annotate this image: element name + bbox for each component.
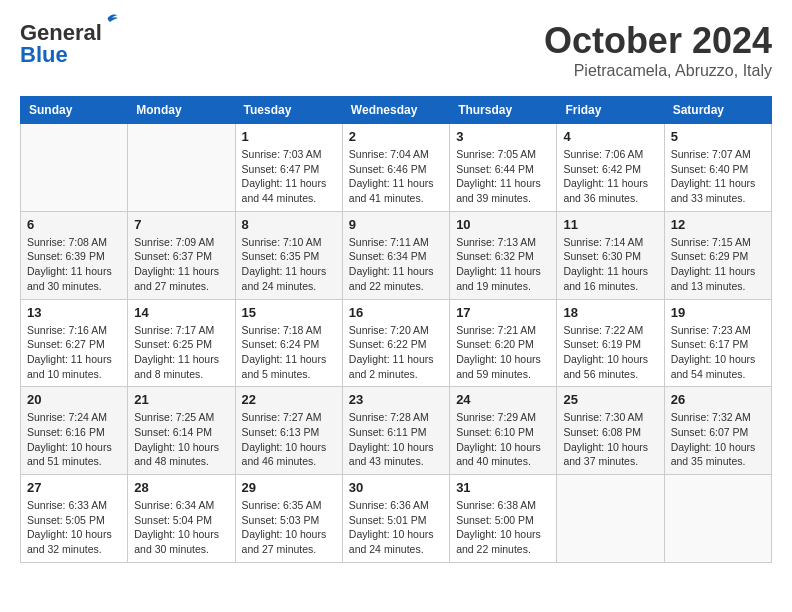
day-number: 31 (456, 480, 550, 495)
day-number: 25 (563, 392, 657, 407)
day-number: 17 (456, 305, 550, 320)
day-number: 13 (27, 305, 121, 320)
weekday-header-wednesday: Wednesday (342, 97, 449, 124)
calendar-cell: 31Sunrise: 6:38 AMSunset: 5:00 PMDayligh… (450, 475, 557, 563)
calendar-cell: 14Sunrise: 7:17 AMSunset: 6:25 PMDayligh… (128, 299, 235, 387)
location: Pietracamela, Abruzzo, Italy (544, 62, 772, 80)
weekday-header-friday: Friday (557, 97, 664, 124)
calendar-cell: 3Sunrise: 7:05 AMSunset: 6:44 PMDaylight… (450, 124, 557, 212)
day-info: Sunrise: 7:08 AMSunset: 6:39 PMDaylight:… (27, 235, 121, 294)
calendar-cell: 8Sunrise: 7:10 AMSunset: 6:35 PMDaylight… (235, 211, 342, 299)
calendar-cell: 28Sunrise: 6:34 AMSunset: 5:04 PMDayligh… (128, 475, 235, 563)
day-info: Sunrise: 7:07 AMSunset: 6:40 PMDaylight:… (671, 147, 765, 206)
day-number: 4 (563, 129, 657, 144)
day-number: 28 (134, 480, 228, 495)
day-info: Sunrise: 7:22 AMSunset: 6:19 PMDaylight:… (563, 323, 657, 382)
calendar-cell: 29Sunrise: 6:35 AMSunset: 5:03 PMDayligh… (235, 475, 342, 563)
day-number: 2 (349, 129, 443, 144)
calendar-cell: 21Sunrise: 7:25 AMSunset: 6:14 PMDayligh… (128, 387, 235, 475)
calendar-cell: 25Sunrise: 7:30 AMSunset: 6:08 PMDayligh… (557, 387, 664, 475)
day-info: Sunrise: 7:17 AMSunset: 6:25 PMDaylight:… (134, 323, 228, 382)
day-number: 23 (349, 392, 443, 407)
day-info: Sunrise: 7:04 AMSunset: 6:46 PMDaylight:… (349, 147, 443, 206)
day-number: 8 (242, 217, 336, 232)
logo: General Blue (20, 20, 102, 68)
calendar-cell: 16Sunrise: 7:20 AMSunset: 6:22 PMDayligh… (342, 299, 449, 387)
calendar-cell: 17Sunrise: 7:21 AMSunset: 6:20 PMDayligh… (450, 299, 557, 387)
calendar-week-2: 6Sunrise: 7:08 AMSunset: 6:39 PMDaylight… (21, 211, 772, 299)
calendar-cell: 12Sunrise: 7:15 AMSunset: 6:29 PMDayligh… (664, 211, 771, 299)
calendar-header-row: SundayMondayTuesdayWednesdayThursdayFrid… (21, 97, 772, 124)
weekday-header-thursday: Thursday (450, 97, 557, 124)
day-info: Sunrise: 7:10 AMSunset: 6:35 PMDaylight:… (242, 235, 336, 294)
calendar-cell: 6Sunrise: 7:08 AMSunset: 6:39 PMDaylight… (21, 211, 128, 299)
day-number: 6 (27, 217, 121, 232)
calendar-cell: 20Sunrise: 7:24 AMSunset: 6:16 PMDayligh… (21, 387, 128, 475)
day-info: Sunrise: 7:09 AMSunset: 6:37 PMDaylight:… (134, 235, 228, 294)
day-number: 1 (242, 129, 336, 144)
calendar-cell: 11Sunrise: 7:14 AMSunset: 6:30 PMDayligh… (557, 211, 664, 299)
month-title: October 2024 (544, 20, 772, 62)
day-number: 14 (134, 305, 228, 320)
day-number: 20 (27, 392, 121, 407)
calendar-cell: 19Sunrise: 7:23 AMSunset: 6:17 PMDayligh… (664, 299, 771, 387)
day-number: 3 (456, 129, 550, 144)
day-info: Sunrise: 6:38 AMSunset: 5:00 PMDaylight:… (456, 498, 550, 557)
calendar-cell: 5Sunrise: 7:07 AMSunset: 6:40 PMDaylight… (664, 124, 771, 212)
weekday-header-sunday: Sunday (21, 97, 128, 124)
calendar-week-5: 27Sunrise: 6:33 AMSunset: 5:05 PMDayligh… (21, 475, 772, 563)
calendar-cell: 15Sunrise: 7:18 AMSunset: 6:24 PMDayligh… (235, 299, 342, 387)
day-info: Sunrise: 6:35 AMSunset: 5:03 PMDaylight:… (242, 498, 336, 557)
day-number: 22 (242, 392, 336, 407)
calendar-cell (21, 124, 128, 212)
calendar-cell: 2Sunrise: 7:04 AMSunset: 6:46 PMDaylight… (342, 124, 449, 212)
day-info: Sunrise: 6:34 AMSunset: 5:04 PMDaylight:… (134, 498, 228, 557)
day-info: Sunrise: 7:13 AMSunset: 6:32 PMDaylight:… (456, 235, 550, 294)
day-number: 24 (456, 392, 550, 407)
day-info: Sunrise: 7:20 AMSunset: 6:22 PMDaylight:… (349, 323, 443, 382)
day-info: Sunrise: 7:14 AMSunset: 6:30 PMDaylight:… (563, 235, 657, 294)
day-number: 30 (349, 480, 443, 495)
day-number: 12 (671, 217, 765, 232)
calendar-cell: 9Sunrise: 7:11 AMSunset: 6:34 PMDaylight… (342, 211, 449, 299)
day-info: Sunrise: 7:03 AMSunset: 6:47 PMDaylight:… (242, 147, 336, 206)
day-info: Sunrise: 7:21 AMSunset: 6:20 PMDaylight:… (456, 323, 550, 382)
weekday-header-tuesday: Tuesday (235, 97, 342, 124)
calendar-cell: 22Sunrise: 7:27 AMSunset: 6:13 PMDayligh… (235, 387, 342, 475)
day-info: Sunrise: 7:11 AMSunset: 6:34 PMDaylight:… (349, 235, 443, 294)
day-number: 5 (671, 129, 765, 144)
day-number: 18 (563, 305, 657, 320)
day-number: 16 (349, 305, 443, 320)
day-info: Sunrise: 7:24 AMSunset: 6:16 PMDaylight:… (27, 410, 121, 469)
calendar-cell (128, 124, 235, 212)
calendar-table: SundayMondayTuesdayWednesdayThursdayFrid… (20, 96, 772, 563)
day-info: Sunrise: 7:05 AMSunset: 6:44 PMDaylight:… (456, 147, 550, 206)
calendar-cell: 18Sunrise: 7:22 AMSunset: 6:19 PMDayligh… (557, 299, 664, 387)
day-info: Sunrise: 7:25 AMSunset: 6:14 PMDaylight:… (134, 410, 228, 469)
calendar-cell: 4Sunrise: 7:06 AMSunset: 6:42 PMDaylight… (557, 124, 664, 212)
page-header: General Blue October 2024 Pietracamela, … (20, 20, 772, 80)
logo-general: General (20, 20, 102, 45)
day-number: 21 (134, 392, 228, 407)
calendar-cell: 13Sunrise: 7:16 AMSunset: 6:27 PMDayligh… (21, 299, 128, 387)
title-block: October 2024 Pietracamela, Abruzzo, Ital… (544, 20, 772, 80)
calendar-cell (557, 475, 664, 563)
weekday-header-monday: Monday (128, 97, 235, 124)
day-info: Sunrise: 7:16 AMSunset: 6:27 PMDaylight:… (27, 323, 121, 382)
day-info: Sunrise: 7:18 AMSunset: 6:24 PMDaylight:… (242, 323, 336, 382)
calendar-week-3: 13Sunrise: 7:16 AMSunset: 6:27 PMDayligh… (21, 299, 772, 387)
day-info: Sunrise: 6:33 AMSunset: 5:05 PMDaylight:… (27, 498, 121, 557)
day-number: 7 (134, 217, 228, 232)
calendar-cell (664, 475, 771, 563)
day-number: 27 (27, 480, 121, 495)
day-info: Sunrise: 7:30 AMSunset: 6:08 PMDaylight:… (563, 410, 657, 469)
calendar-cell: 23Sunrise: 7:28 AMSunset: 6:11 PMDayligh… (342, 387, 449, 475)
day-info: Sunrise: 7:32 AMSunset: 6:07 PMDaylight:… (671, 410, 765, 469)
day-info: Sunrise: 7:06 AMSunset: 6:42 PMDaylight:… (563, 147, 657, 206)
day-info: Sunrise: 7:23 AMSunset: 6:17 PMDaylight:… (671, 323, 765, 382)
day-number: 15 (242, 305, 336, 320)
day-info: Sunrise: 6:36 AMSunset: 5:01 PMDaylight:… (349, 498, 443, 557)
calendar-cell: 24Sunrise: 7:29 AMSunset: 6:10 PMDayligh… (450, 387, 557, 475)
day-number: 9 (349, 217, 443, 232)
calendar-cell: 26Sunrise: 7:32 AMSunset: 6:07 PMDayligh… (664, 387, 771, 475)
